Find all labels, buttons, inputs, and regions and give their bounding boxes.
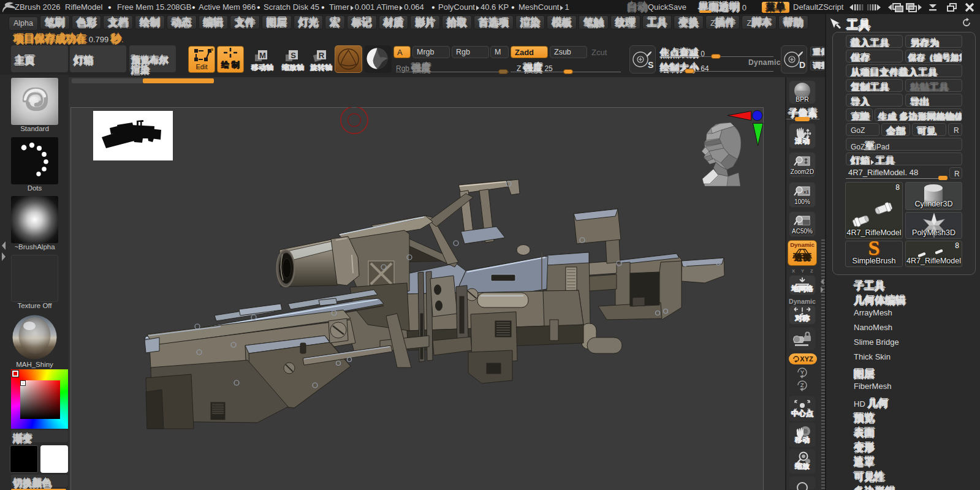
svg-text:D: D xyxy=(799,60,805,70)
svg-text:M: M xyxy=(259,51,266,60)
svg-text:R: R xyxy=(319,51,325,60)
svg-text:Y: Y xyxy=(800,369,804,375)
svg-text:x1: x1 xyxy=(803,189,809,195)
svg-text:Z: Z xyxy=(800,382,804,388)
svg-text:S: S xyxy=(291,51,296,60)
svg-text:S: S xyxy=(648,60,653,70)
